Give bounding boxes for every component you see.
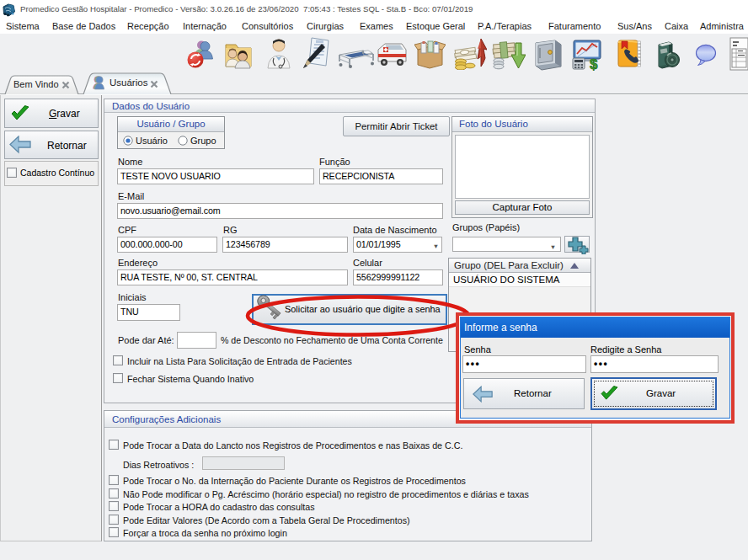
svg-text:$: $ (590, 56, 598, 71)
